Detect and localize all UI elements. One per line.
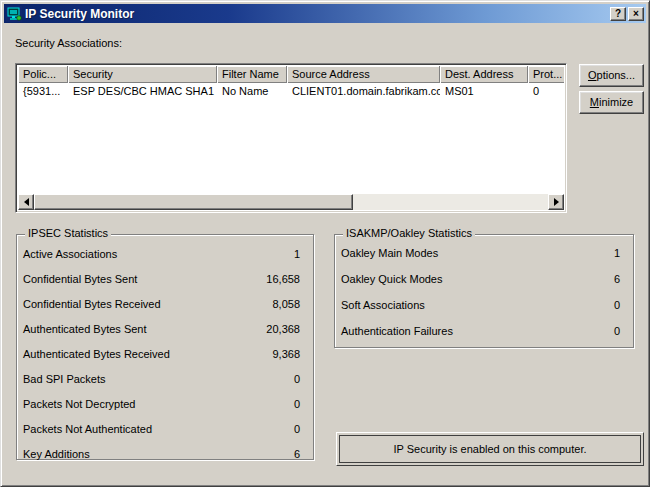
stat-value: 16,658	[266, 273, 300, 285]
stat-label: Active Associations	[23, 248, 117, 260]
ipsec-statistics-group: IPSEC Statistics Active Associations 1 C…	[16, 234, 314, 460]
ip-security-monitor-window: IP Security Monitor ? × Security Associa…	[0, 0, 650, 487]
scrollbar-thumb[interactable]	[34, 194, 353, 210]
cell-filter-name: No Name	[217, 83, 287, 100]
stat-row-packets-not-decrypted: Packets Not Decrypted 0	[17, 391, 313, 416]
stat-value: 1	[294, 248, 300, 260]
table-row[interactable]: {5931... ESP DES/CBC HMAC SHA1 No Name C…	[18, 83, 564, 100]
security-associations-list[interactable]: Polic... Security Filter Name Source Add…	[15, 63, 567, 213]
stat-label: Soft Associations	[341, 299, 425, 311]
stat-label: Packets Not Authenticated	[23, 423, 152, 435]
column-header-protocol[interactable]: Prot...	[528, 66, 564, 83]
stat-value: 0	[294, 373, 300, 385]
cell-policy: {5931...	[18, 83, 68, 100]
scrollbar-track[interactable]	[34, 194, 548, 210]
stat-label: Authentication Failures	[341, 325, 453, 337]
window-title: IP Security Monitor	[25, 7, 608, 21]
stat-label: Authenticated Bytes Received	[23, 348, 170, 360]
stat-row-confidential-bytes-received: Confidential Bytes Received 8,058	[17, 291, 313, 316]
stat-label: Bad SPI Packets	[23, 373, 106, 385]
stat-row-confidential-bytes-sent: Confidential Bytes Sent 16,658	[17, 266, 313, 291]
stat-row-bad-spi-packets: Bad SPI Packets 0	[17, 366, 313, 391]
stat-label: Oakley Quick Modes	[341, 273, 442, 285]
scroll-right-icon	[554, 198, 559, 206]
help-button[interactable]: ?	[610, 7, 626, 21]
cell-dest-address: MS01	[440, 83, 528, 100]
stat-value: 9,368	[272, 348, 300, 360]
stat-value: 0	[614, 299, 620, 311]
stat-row-soft-associations: Soft Associations 0	[335, 292, 633, 318]
title-bar[interactable]: IP Security Monitor ? ×	[4, 4, 646, 23]
minimize-button[interactable]: Minimize	[579, 91, 644, 114]
ip-security-monitor-icon	[6, 6, 22, 22]
status-message: IP Security is enabled on this computer.	[339, 435, 641, 463]
stat-label: Key Additions	[23, 448, 90, 460]
isakmp-oakley-statistics-title: ISAKMP/Oakley Statistics	[343, 227, 475, 239]
stat-row-oakley-quick-modes: Oakley Quick Modes 6	[335, 266, 633, 292]
column-header-source-address[interactable]: Source Address	[287, 66, 440, 83]
stat-row-authenticated-bytes-sent: Authenticated Bytes Sent 20,368	[17, 316, 313, 341]
stat-row-key-additions: Key Additions 6	[17, 441, 313, 466]
minimize-button-label: inimize	[599, 96, 633, 108]
stat-row-authenticated-bytes-received: Authenticated Bytes Received 9,368	[17, 341, 313, 366]
security-associations-label: Security Associations:	[15, 37, 122, 49]
options-button-label: ptions...	[597, 69, 636, 81]
stat-value: 0	[294, 423, 300, 435]
stat-value: 0	[614, 325, 620, 337]
cell-source-address: CLIENT01.domain.fabrikam.com	[287, 83, 440, 100]
stat-row-active-associations: Active Associations 1	[17, 241, 313, 266]
options-button-accel: O	[588, 69, 597, 81]
ipsec-statistics-title: IPSEC Statistics	[25, 227, 111, 239]
stat-label: Packets Not Decrypted	[23, 398, 136, 410]
stat-row-oakley-main-modes: Oakley Main Modes 1	[335, 240, 633, 266]
options-button[interactable]: Options...	[579, 64, 644, 87]
scroll-left-icon	[24, 198, 29, 206]
stat-row-authentication-failures: Authentication Failures 0	[335, 318, 633, 344]
stat-value: 1	[614, 247, 620, 259]
status-panel: IP Security is enabled on this computer.	[336, 432, 644, 466]
stat-value: 20,368	[266, 323, 300, 335]
column-header-policy[interactable]: Polic...	[18, 66, 68, 83]
stat-value: 0	[294, 398, 300, 410]
horizontal-scrollbar[interactable]	[18, 194, 564, 210]
stat-label: Confidential Bytes Sent	[23, 273, 137, 285]
isakmp-oakley-statistics-group: ISAKMP/Oakley Statistics Oakley Main Mod…	[334, 234, 634, 348]
cell-protocol: 0	[528, 83, 564, 100]
stat-label: Authenticated Bytes Sent	[23, 323, 147, 335]
stat-label: Confidential Bytes Received	[23, 298, 161, 310]
stat-value: 8,058	[272, 298, 300, 310]
minimize-button-accel: M	[590, 96, 599, 108]
stat-label: Oakley Main Modes	[341, 247, 438, 259]
scroll-right-button[interactable]	[548, 194, 564, 210]
scroll-left-button[interactable]	[18, 194, 34, 210]
list-header: Polic... Security Filter Name Source Add…	[18, 66, 564, 83]
close-button[interactable]: ×	[628, 7, 644, 21]
column-header-dest-address[interactable]: Dest. Address	[440, 66, 528, 83]
stat-row-packets-not-authenticated: Packets Not Authenticated 0	[17, 416, 313, 441]
column-header-filter-name[interactable]: Filter Name	[217, 66, 287, 83]
column-header-security[interactable]: Security	[68, 66, 217, 83]
stat-value: 6	[294, 448, 300, 460]
stat-value: 6	[614, 273, 620, 285]
cell-security: ESP DES/CBC HMAC SHA1	[68, 83, 217, 100]
